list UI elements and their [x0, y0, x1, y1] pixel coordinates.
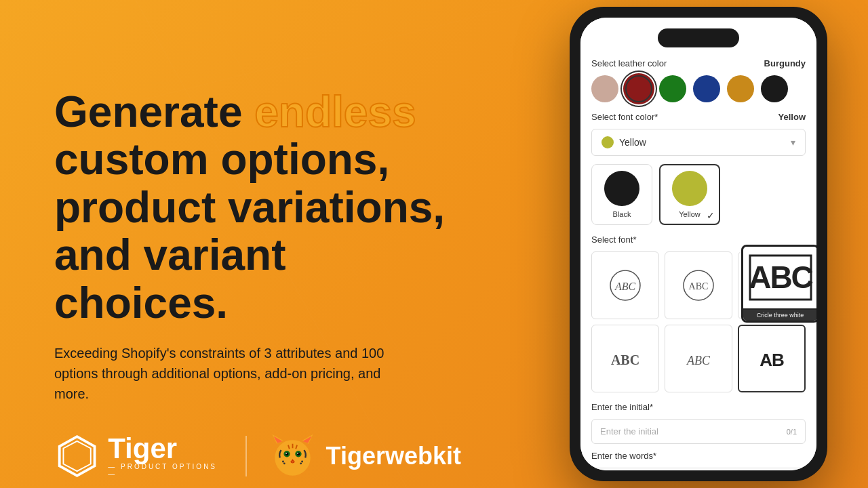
svg-marker-7 — [60, 437, 95, 476]
tiger-logo: Tiger — PRODUCT OPTIONS — — [54, 432, 225, 480]
font-option-5[interactable]: ABC — [665, 325, 732, 392]
initial-input[interactable]: Enter the initial 0/1 — [591, 419, 806, 444]
headline-prefix: Generate — [54, 87, 254, 136]
initial-label: Enter the initial* — [591, 402, 806, 412]
swatch-green[interactable] — [659, 75, 686, 102]
phone-container: Select leather color Burgundy Select fon… — [570, 7, 827, 481]
leather-color-section: Select leather color Burgundy — [591, 58, 806, 68]
font-option-1[interactable]: ABC — [591, 251, 659, 319]
phone-frame: Select leather color Burgundy Select fon… — [570, 7, 827, 481]
swatch-burgundy[interactable] — [625, 75, 652, 102]
tigerwebkit-logo: Tigerwebkit — [267, 431, 461, 482]
dropdown-value: Yellow — [619, 137, 646, 148]
subtext: Exceeding Shopify's constraints of 3 att… — [54, 343, 407, 404]
leather-color-label: Select leather color — [591, 58, 667, 68]
tiger-subtitle: — PRODUCT OPTIONS — — [108, 463, 224, 478]
font-swatch-yellow[interactable]: Yellow ✓ — [659, 164, 720, 225]
words-label: Enter the words* — [591, 451, 806, 461]
phone-content[interactable]: Select leather color Burgundy Select fon… — [580, 18, 816, 470]
swatch-tan[interactable] — [727, 75, 754, 102]
initial-section: Enter the initial* Enter the initial 0/1 — [591, 402, 806, 444]
svg-point-17 — [296, 452, 300, 455]
svg-text:ABC: ABC — [749, 260, 812, 295]
svg-point-22 — [283, 462, 285, 464]
tiger-name: Tiger — [108, 434, 224, 463]
svg-text:ABC: ABC — [689, 281, 709, 291]
phone-notch — [658, 28, 739, 47]
words-label-text: Enter the words* — [591, 451, 656, 461]
svg-point-21 — [282, 461, 284, 463]
svg-text:ABC: ABC — [614, 281, 636, 292]
swatch-pink[interactable] — [591, 75, 618, 102]
font-option-2[interactable]: ABC — [665, 251, 732, 319]
font-options-container: ABC ABC ABC ABC ABC — [591, 251, 806, 392]
svg-text:AB: AB — [760, 350, 784, 370]
tooltip-label: Cricle three white — [743, 310, 816, 321]
svg-point-16 — [285, 452, 288, 455]
tiger-hex-icon — [54, 432, 100, 480]
font-color-label: Select font color* — [591, 112, 658, 122]
svg-text:ABC: ABC — [611, 352, 639, 367]
words-section: Enter the words* Enter the words 0/3 — [591, 451, 806, 470]
dropdown-arrow-icon: ▾ — [791, 137, 795, 148]
tigerwebkit-name: Tigerwebkit — [326, 442, 461, 470]
phone-screen: Select leather color Burgundy Select fon… — [580, 18, 816, 470]
font-color-value: Yellow — [778, 112, 806, 122]
headline-suffix: custom options,product variations,and va… — [54, 135, 445, 327]
tigerwebkit-icon — [267, 431, 318, 482]
font-color-swatches: Black Yellow ✓ — [591, 164, 806, 225]
font-swatch-yellow-label: Yellow — [679, 210, 700, 218]
initial-placeholder: Enter the initial — [600, 426, 658, 436]
svg-point-24 — [300, 462, 302, 464]
logo-divider — [245, 436, 247, 476]
font-color-section: Select font color* Yellow — [591, 112, 806, 122]
svg-point-19 — [297, 453, 298, 454]
font-tooltip: ABC Cricle three white — [741, 245, 816, 323]
font-option-6[interactable]: AB — [738, 325, 806, 392]
yellow-checkmark: ✓ — [707, 210, 715, 221]
font-section: Select font* — [591, 235, 806, 245]
initial-label-text: Enter the initial* — [591, 402, 653, 412]
headline-accent: endless — [254, 87, 416, 136]
headline: Generate endless custom options,product … — [54, 88, 461, 327]
leather-color-swatches — [591, 75, 806, 102]
svg-point-18 — [285, 453, 287, 454]
svg-text:ABC: ABC — [686, 354, 711, 367]
svg-marker-8 — [63, 441, 90, 471]
left-content: Generate endless custom options,product … — [54, 88, 461, 482]
swatch-navy[interactable] — [693, 75, 720, 102]
leather-color-value: Burgundy — [764, 58, 806, 68]
font-label: Select font* — [591, 235, 637, 245]
font-swatch-black[interactable]: Black — [591, 164, 652, 225]
font-swatch-black-label: Black — [613, 210, 631, 218]
tooltip-preview: ABC — [743, 247, 816, 310]
font-option-4[interactable]: ABC — [591, 325, 659, 392]
words-input[interactable]: Enter the words 0/3 — [591, 468, 806, 470]
swatch-black[interactable] — [761, 75, 788, 102]
logo-area: Tiger — PRODUCT OPTIONS — — [54, 431, 461, 482]
initial-counter: 0/1 — [787, 428, 797, 436]
svg-point-23 — [301, 461, 303, 463]
font-color-dropdown[interactable]: Yellow ▾ — [591, 129, 806, 156]
